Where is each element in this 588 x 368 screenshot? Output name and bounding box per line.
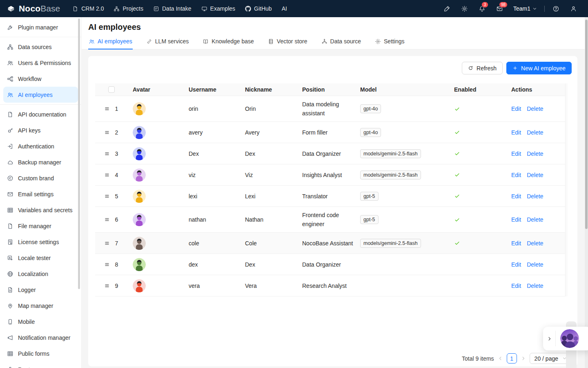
settings-button[interactable] (456, 0, 473, 17)
delete-link[interactable]: Delete (527, 104, 543, 113)
nav-item-examples[interactable]: Examples (196, 0, 240, 17)
delete-link[interactable]: Delete (527, 239, 543, 248)
edit-link[interactable]: Edit (511, 192, 521, 201)
sidebar-item-logger[interactable]: Logger (3, 282, 78, 298)
delete-link[interactable]: Delete (527, 128, 543, 137)
tab-llm-services[interactable]: LLM services (146, 36, 189, 49)
delete-link[interactable]: Delete (527, 171, 543, 180)
team-switcher[interactable]: Team1 (508, 5, 542, 12)
drag-handle-icon[interactable] (104, 151, 110, 157)
table-scrollbar-gutter[interactable] (565, 83, 568, 296)
sidebar-item-public-forms[interactable]: Public forms (3, 346, 78, 361)
sidebar-item-license-settings[interactable]: License settings (3, 234, 78, 250)
sidebar-item-email-settings[interactable]: Email settings (3, 186, 78, 202)
sidebar-item-custom-brand[interactable]: Custom brand (3, 170, 78, 186)
edit-link[interactable]: Edit (511, 215, 521, 224)
inbox-button[interactable]: 98 (491, 0, 508, 17)
avatar (133, 237, 146, 250)
sidebar-item-map-manager[interactable]: Map manager (3, 298, 78, 314)
nav-item-projects[interactable]: Projects (109, 0, 148, 17)
drag-handle-icon[interactable] (104, 130, 110, 135)
login-icon (7, 143, 13, 150)
nav-item-github[interactable]: GitHub (240, 0, 277, 17)
plus-icon (512, 65, 518, 71)
nav-item-data-intake[interactable]: Data Intake (148, 0, 196, 17)
prev-page-icon[interactable] (498, 356, 503, 361)
column-header-model: Model (355, 83, 449, 96)
sidebar-item-variables-secrets[interactable]: Variables and secrets (3, 202, 78, 218)
sidebar-item-backup-manager[interactable]: Backup manager (3, 154, 78, 170)
drag-handle-icon[interactable] (104, 283, 110, 289)
window-scrollbar-thumb[interactable] (585, 20, 588, 229)
edit-link[interactable]: Edit (511, 128, 521, 137)
tab-knowledge-base[interactable]: Knowledge base (202, 36, 254, 49)
sidebar-item-plugin-manager[interactable]: Plugin manager (3, 19, 78, 35)
expand-chat-button[interactable] (543, 336, 555, 341)
delete-link[interactable]: Delete (527, 192, 543, 201)
window-scrollbar[interactable] (585, 17, 588, 368)
tab-data-source[interactable]: Data source (321, 36, 361, 49)
sidebar-item-locale-tester[interactable]: Locale tester (3, 250, 78, 266)
page-size-select[interactable]: 20 / page (530, 353, 571, 364)
tabs-bar: AI employees LLM services Knowledge base… (88, 36, 588, 49)
drag-handle-icon[interactable] (104, 217, 110, 222)
edit-link[interactable]: Edit (511, 260, 521, 269)
edit-link[interactable]: Edit (511, 281, 521, 290)
sidebar-item-api-keys[interactable]: API keys (3, 122, 78, 138)
sidebar-item-notification-manager[interactable]: Notification manager (3, 330, 78, 346)
page-number[interactable]: 1 (507, 353, 517, 364)
avatar (133, 279, 146, 292)
refresh-button[interactable]: Refresh (462, 62, 503, 74)
row-index: 3 (115, 149, 119, 158)
sidebar-item-users-permissions[interactable]: Users & Permissions (3, 55, 78, 71)
drag-handle-icon[interactable] (104, 262, 110, 267)
user-button[interactable] (565, 0, 582, 17)
sidebar-item-localization[interactable]: Localization (3, 266, 78, 282)
ui-editor-button[interactable] (438, 0, 456, 17)
inbox-badge: 98 (499, 2, 508, 8)
nav-item-ai[interactable]: AI (277, 0, 292, 17)
table-row: 6 nathan Nathan Frontend code engineer g… (95, 207, 565, 233)
nocobase-logo-mark (7, 4, 16, 13)
tab-settings[interactable]: Settings (374, 36, 405, 49)
tab-ai-employees[interactable]: AI employees (88, 36, 133, 49)
sidebar-item-routes[interactable]: Routes (3, 361, 78, 368)
model-tag: models/gemini-2.5-flash (360, 171, 421, 180)
nav-item-crm[interactable]: CRM 2.0 (67, 0, 109, 17)
delete-link[interactable]: Delete (527, 281, 543, 290)
nocobase-logo[interactable]: NocoBase (0, 4, 67, 13)
edit-link[interactable]: Edit (511, 104, 521, 113)
table-row: 2 avery Avery Form filler gpt-4o EditDel… (95, 122, 565, 143)
delete-link[interactable]: Delete (527, 260, 543, 269)
cell-username: viz (184, 164, 240, 185)
sidebar-item-workflow[interactable]: Workflow (3, 71, 78, 87)
cell-username: lexi (184, 186, 240, 206)
sidebar-item-file-manager[interactable]: File manager (3, 218, 78, 234)
sidebar-item-ai-employees[interactable]: AI employees (3, 87, 78, 103)
select-all-checkbox[interactable] (108, 86, 115, 93)
sidebar-item-api-documentation[interactable]: API documentation (3, 106, 78, 122)
drag-handle-icon[interactable] (104, 106, 110, 112)
edit-link[interactable]: Edit (511, 171, 521, 180)
tab-vector-store[interactable]: Vector store (267, 36, 308, 49)
ai-employees-group-avatar[interactable] (560, 329, 579, 348)
drag-handle-icon[interactable] (104, 172, 110, 178)
edit-link[interactable]: Edit (511, 239, 521, 248)
avatar (133, 190, 146, 203)
page-header: AI employees AI employees LLM services K… (82, 17, 588, 49)
sidebar-item-authentication[interactable]: Authentication (3, 138, 78, 154)
delete-link[interactable]: Delete (527, 215, 543, 224)
model-tag: gpt-5 (360, 215, 379, 224)
sidebar-scrollbar[interactable] (78, 18, 80, 289)
cell-nickname: Lexi (240, 186, 297, 206)
help-button[interactable] (547, 0, 565, 17)
new-ai-employee-button[interactable]: New AI employee (506, 62, 572, 74)
sidebar-item-mobile[interactable]: Mobile (3, 314, 78, 330)
drag-handle-icon[interactable] (104, 193, 110, 199)
edit-link[interactable]: Edit (511, 149, 521, 158)
sidebar-item-data-sources[interactable]: Data sources (3, 39, 78, 55)
next-page-icon[interactable] (521, 356, 526, 361)
delete-link[interactable]: Delete (527, 149, 543, 158)
notifications-button[interactable]: 3 (473, 0, 491, 17)
drag-handle-icon[interactable] (104, 240, 110, 246)
